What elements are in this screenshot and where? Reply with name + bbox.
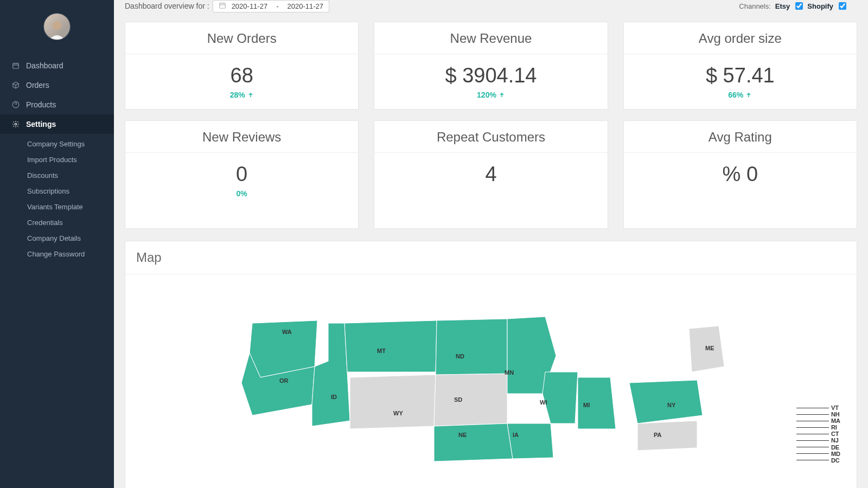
date-range-picker[interactable]: 2020-11-27 - 2020-11-27 (213, 0, 329, 12)
svg-rect-1 (13, 63, 19, 68)
date-separator: - (276, 2, 278, 10)
submenu-import-products[interactable]: Import Products (0, 152, 114, 168)
stat-value: 68 (125, 54, 358, 88)
stat-card-new-reviews: New Reviews00% (125, 120, 359, 229)
state-SD[interactable] (434, 374, 507, 426)
channel-shopify-label: Shopify (807, 2, 833, 10)
nav-label: Settings (26, 120, 56, 129)
svg-point-0 (53, 21, 61, 30)
state-MT[interactable] (344, 320, 437, 372)
sidebar-item-orders[interactable]: Orders (0, 75, 114, 95)
overview-range: Dashboard overview for : 2020-11-27 - 20… (125, 0, 329, 12)
arrow-up-icon (499, 92, 505, 98)
svg-rect-4 (219, 3, 225, 8)
channels-label: Channels: (739, 2, 771, 10)
submenu-credentials[interactable]: Credentials (0, 215, 114, 230)
question-icon (11, 101, 21, 108)
map-container: WAORIDMTWYSDNDNEMNIAWIMINYPAME VTNHMARIC… (125, 274, 857, 488)
callout-label: NH (831, 411, 840, 418)
callout-line (796, 447, 829, 447)
callout-DE: DE (796, 444, 840, 451)
callout-line (796, 414, 829, 415)
callout-label: DE (831, 444, 839, 451)
callout-label: MA (831, 418, 840, 424)
callout-NJ: NJ (796, 437, 840, 444)
stat-value: 0 (125, 153, 358, 187)
stat-card-avg-order-size: Avg order size$ 57.4166% (623, 22, 857, 110)
state-ID[interactable] (312, 323, 350, 426)
stat-delta: 28% (125, 88, 358, 109)
sidebar-item-dashboard[interactable]: Dashboard (0, 56, 114, 75)
avatar[interactable] (44, 14, 70, 40)
state-NE[interactable] (434, 423, 513, 461)
submenu-company-details[interactable]: Company Details (0, 230, 114, 246)
state-NY[interactable] (629, 380, 703, 423)
stat-title: Avg Rating (624, 121, 857, 153)
callout-DC: DC (796, 457, 840, 464)
submenu-discounts[interactable]: Discounts (0, 168, 114, 183)
user-avatar-icon (46, 18, 68, 40)
arrow-up-icon (247, 92, 254, 98)
stat-title: Avg order size (624, 22, 857, 54)
stat-delta: 66% (624, 88, 857, 109)
channel-etsy-label: Etsy (775, 2, 790, 10)
stat-card-new-revenue: New Revenue$ 3904.14120% (374, 22, 608, 110)
callout-MD: MD (796, 451, 840, 457)
stats-row-1: New Orders6828%New Revenue$ 3904.14120%A… (114, 16, 868, 115)
map-panel: Map WAORIDMTWYSDNDNEMNIAWIMINYPAME VTNHM… (125, 241, 857, 488)
callout-label: DC (831, 457, 840, 464)
state-WY[interactable] (350, 375, 436, 429)
sidebar-item-products[interactable]: Products (0, 95, 114, 114)
sidebar: DashboardOrdersProductsSettings Company … (0, 0, 114, 488)
us-map[interactable]: WAORIDMTWYSDNDNEMNIAWIMINYPAME (220, 307, 762, 488)
date-from: 2020-11-27 (232, 2, 268, 10)
cube-icon (11, 81, 21, 89)
channel-etsy-checkbox[interactable] (795, 2, 803, 10)
state-PA[interactable] (637, 421, 697, 451)
stat-value: $ 3904.14 (374, 54, 607, 88)
submenu-subscriptions[interactable]: Subscriptions (0, 183, 114, 199)
submenu-variants-template[interactable]: Variants Template (0, 199, 114, 215)
calendar-icon (219, 2, 226, 11)
topbar: Dashboard overview for : 2020-11-27 - 20… (114, 0, 868, 16)
callout-line (796, 440, 829, 441)
avatar-wrap (0, 0, 114, 56)
callout-MA: MA (796, 418, 840, 424)
callout-label: CT (831, 431, 839, 437)
stat-card-avg-rating: Avg Rating% 0 (623, 120, 857, 229)
nav-label: Products (26, 100, 56, 109)
nav-list: DashboardOrdersProductsSettings (0, 56, 114, 134)
state-MI[interactable] (578, 377, 616, 429)
stat-title: Repeat Customers (374, 121, 607, 153)
callout-line (796, 434, 829, 434)
arrow-up-icon (745, 92, 752, 98)
state-IA[interactable] (507, 423, 553, 459)
stat-value: % 0 (624, 153, 857, 187)
state-ME[interactable] (689, 326, 724, 372)
submenu-company-settings[interactable]: Company Settings (0, 136, 114, 152)
sidebar-item-settings[interactable]: Settings (0, 114, 114, 134)
map-title: Map (125, 241, 857, 274)
callout-line (796, 421, 829, 421)
channel-shopify-checkbox[interactable] (839, 2, 846, 10)
callout-CT: CT (796, 431, 840, 437)
callout-NH: NH (796, 411, 840, 418)
stat-card-new-orders: New Orders6828% (125, 22, 359, 110)
callout-line (796, 427, 829, 428)
state-ND[interactable] (436, 319, 507, 375)
nav-label: Orders (26, 81, 49, 89)
cog-icon (11, 120, 21, 128)
svg-point-3 (15, 123, 17, 125)
stat-delta: 120% (374, 88, 607, 109)
stat-value: $ 57.41 (624, 54, 857, 88)
stats-row-2: New Reviews00%Repeat Customers4Avg Ratin… (114, 115, 868, 234)
callout-line (796, 453, 829, 454)
main-content: Dashboard overview for : 2020-11-27 - 20… (114, 0, 868, 488)
channels-filter: Channels: Etsy Shopify (739, 2, 857, 10)
state-WI[interactable] (542, 372, 578, 423)
stat-title: New Revenue (374, 22, 607, 54)
callout-line (796, 408, 829, 408)
submenu-change-password[interactable]: Change Password (0, 246, 114, 262)
settings-submenu: Company SettingsImport ProductsDiscounts… (0, 134, 114, 262)
nav-label: Dashboard (26, 61, 63, 70)
